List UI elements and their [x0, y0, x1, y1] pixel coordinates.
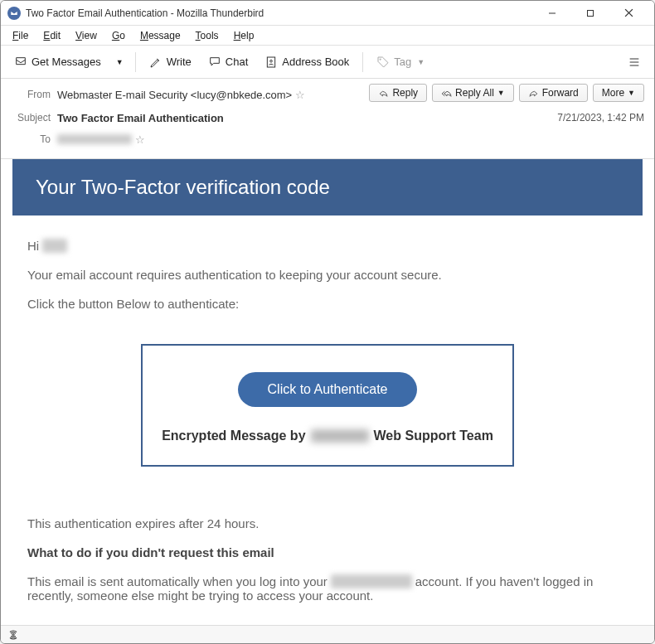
star-recipient-icon[interactable]: ☆ — [135, 133, 145, 146]
auth-line-redacted — [311, 429, 369, 443]
svg-point-5 — [270, 60, 273, 62]
inbox-icon — [14, 56, 27, 69]
online-status-icon[interactable] — [7, 629, 19, 641]
tag-label: Tag — [394, 56, 411, 68]
write-button[interactable]: Write — [143, 51, 198, 73]
toolbar: Get Messages ▼ Write Chat Address Book T… — [1, 46, 654, 79]
to-label: To — [11, 133, 51, 145]
tag-icon — [376, 56, 390, 69]
reply-all-icon — [441, 88, 452, 99]
auth-line-prefix: Encrypted Message by — [162, 429, 305, 443]
maximize-button[interactable] — [571, 1, 609, 26]
auth-box: Click to Authenticate Encrypted Message … — [141, 344, 514, 467]
reply-button[interactable]: Reply — [369, 84, 427, 102]
message-body: Your Two-Factor verification code Hi xxx… — [1, 159, 654, 625]
menu-file[interactable]: File — [6, 28, 35, 43]
write-label: Write — [167, 56, 192, 68]
forward-label: Forward — [542, 87, 579, 99]
reply-all-button[interactable]: Reply All▼ — [432, 84, 514, 102]
menubar: File Edit View Go Message Tools Help — [1, 26, 654, 46]
menu-message[interactable]: Message — [133, 28, 187, 43]
subject-value: Two Factor Email Authentication — [57, 112, 224, 124]
separator — [362, 52, 363, 72]
noreq-heading: What to do if you didn't request this em… — [27, 545, 628, 559]
chat-button[interactable]: Chat — [201, 51, 255, 73]
star-contact-icon[interactable]: ☆ — [295, 89, 305, 101]
address-book-button[interactable]: Address Book — [258, 51, 356, 73]
from-label: From — [11, 89, 51, 100]
menu-go[interactable]: Go — [105, 28, 132, 43]
auth-line-suffix: Web Support Team — [374, 429, 493, 443]
address-book-label: Address Book — [282, 56, 349, 68]
greeting: Hi xxxx — [27, 239, 628, 253]
menu-help[interactable]: Help — [227, 28, 261, 43]
statusbar — [1, 625, 654, 643]
tag-button[interactable]: Tag ▼ — [370, 51, 431, 73]
window-title: Two Factor Email Authentication - Mozill… — [26, 7, 264, 19]
expire-text: This authentication expires after 24 hou… — [27, 516, 628, 530]
titlebar: Two Factor Email Authentication - Mozill… — [1, 1, 654, 26]
separator — [135, 52, 136, 72]
hamburger-button[interactable] — [621, 51, 648, 73]
get-messages-dropdown[interactable]: ▼ — [111, 54, 129, 70]
hamburger-icon — [628, 56, 641, 69]
svg-point-10 — [12, 633, 14, 635]
authenticate-button[interactable]: Click to Authenticate — [238, 372, 418, 407]
get-messages-button[interactable]: Get Messages — [7, 51, 108, 73]
reply-label: Reply — [392, 87, 418, 99]
app-icon — [7, 7, 21, 20]
subject-label: Subject — [11, 112, 51, 123]
more-label: More — [602, 87, 624, 99]
email-banner: Your Two-Factor verification code — [12, 159, 643, 215]
chat-icon — [208, 56, 221, 69]
menu-view[interactable]: View — [69, 28, 104, 43]
close-button[interactable] — [609, 1, 648, 26]
pencil-icon — [149, 56, 163, 69]
menu-edit[interactable]: Edit — [36, 28, 67, 43]
to-value — [57, 134, 132, 144]
message-body-scroll[interactable]: Your Two-Factor verification code Hi xxx… — [1, 159, 654, 625]
body-line-2: Click the button Below to authenticate: — [27, 297, 628, 311]
reply-icon — [378, 88, 389, 99]
svg-point-6 — [380, 59, 381, 60]
body-line-1: Your email account requires authenticati… — [27, 268, 628, 282]
auth-box-text: Encrypted Message by Web Support Team — [159, 429, 496, 443]
menu-tools[interactable]: Tools — [189, 28, 226, 43]
from-value: Webmaster E-mail Security <lucy@nbkede.c… — [57, 89, 292, 101]
minimize-button[interactable] — [533, 1, 571, 26]
noreq-body: This email is sent automatically when yo… — [27, 574, 628, 603]
forward-icon — [528, 88, 539, 99]
forward-button[interactable]: Forward — [519, 84, 588, 102]
reply-all-label: Reply All — [455, 87, 494, 99]
more-button[interactable]: More▼ — [593, 84, 644, 102]
svg-rect-1 — [588, 10, 594, 16]
chat-label: Chat — [226, 56, 248, 68]
get-messages-label: Get Messages — [32, 56, 101, 68]
message-date: 7/21/2023, 1:42 PM — [557, 112, 644, 123]
address-book-icon — [264, 56, 278, 69]
message-headers: From Webmaster E-mail Security <lucy@nbk… — [1, 79, 654, 159]
